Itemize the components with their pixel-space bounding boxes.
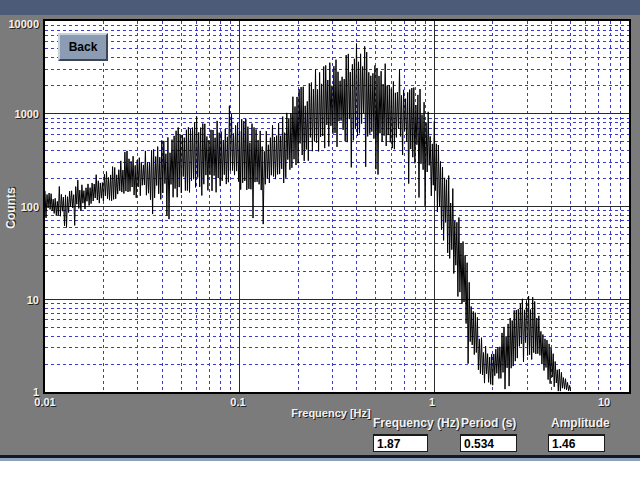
y-tick-1000: 1000 [0, 108, 39, 120]
x-tick-10: 10 [598, 396, 610, 408]
bottom-margin [0, 461, 640, 480]
y-tick-1: 1 [0, 386, 39, 398]
spectrum-chart[interactable] [45, 21, 629, 392]
title-bar [0, 0, 640, 15]
back-button[interactable]: Back [58, 33, 108, 61]
period-readout-field[interactable] [460, 434, 517, 452]
amplitude-readout-label: Amplitude [551, 416, 610, 430]
x-axis-title: Frequency [Hz] [291, 407, 370, 419]
x-tick-0p1: 0.1 [230, 396, 245, 408]
period-readout-label: Period (s) [461, 416, 516, 430]
amplitude-readout-field[interactable] [548, 434, 605, 452]
y-tick-10000: 10000 [0, 18, 39, 30]
x-tick-1: 1 [429, 396, 435, 408]
y-tick-100: 100 [0, 201, 39, 213]
plot-frame [43, 19, 631, 394]
app-window: Back Counts 10000 1000 100 10 1 0.01 0.1… [0, 0, 640, 480]
y-tick-10: 10 [0, 294, 39, 306]
frequency-readout-field[interactable] [373, 434, 428, 452]
x-tick-0p01: 0.01 [34, 396, 55, 408]
frequency-readout-label: Frequency (Hz) [373, 416, 460, 430]
